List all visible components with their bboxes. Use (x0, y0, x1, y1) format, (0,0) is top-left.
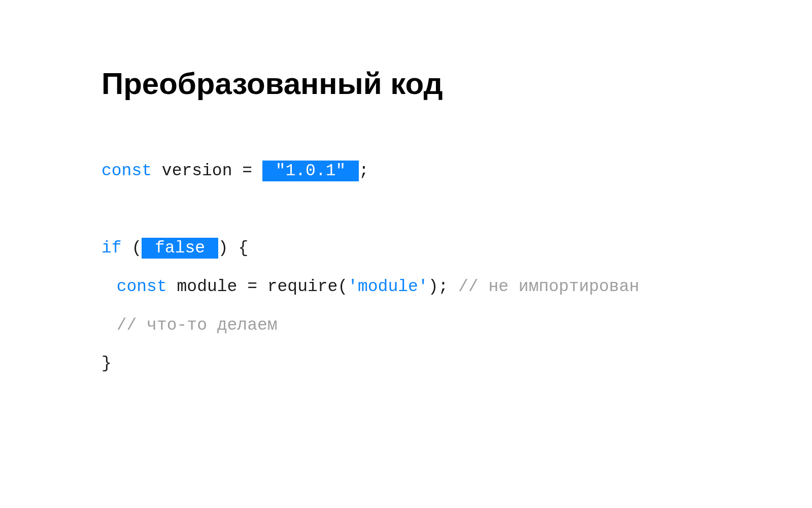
closing-brace: } (101, 354, 112, 373)
variable-name: version (152, 162, 242, 180)
blank-line (101, 190, 710, 229)
keyword-const: const (101, 162, 152, 180)
comment-inline: // не импортирован (448, 277, 639, 296)
highlighted-condition: false (142, 238, 218, 259)
code-line-5: } (101, 344, 710, 383)
slide-title: Преобразованный код (101, 66, 710, 101)
code-line-1: const version = "1.0.1" ; (101, 152, 710, 190)
keyword-if: if (101, 239, 122, 258)
code-block: const version = "1.0.1" ; if ( false ) {… (101, 152, 710, 383)
keyword-const: const (117, 277, 167, 296)
semicolon: ; (359, 162, 369, 180)
highlighted-value: "1.0.1" (262, 161, 359, 181)
string-arg: 'module' (348, 277, 428, 296)
code-line-4: // что-то делаем (101, 306, 710, 345)
require-call: module = require( (167, 277, 348, 296)
comment-line: // что-то делаем (117, 316, 278, 335)
paren-open: ( (122, 239, 142, 258)
code-line-2: if ( false ) { (101, 229, 710, 268)
call-close: ); (428, 277, 449, 296)
equals: = (242, 162, 262, 180)
paren-close-brace: ) { (218, 239, 248, 258)
code-line-3: const module = require('module'); // не … (101, 268, 710, 306)
